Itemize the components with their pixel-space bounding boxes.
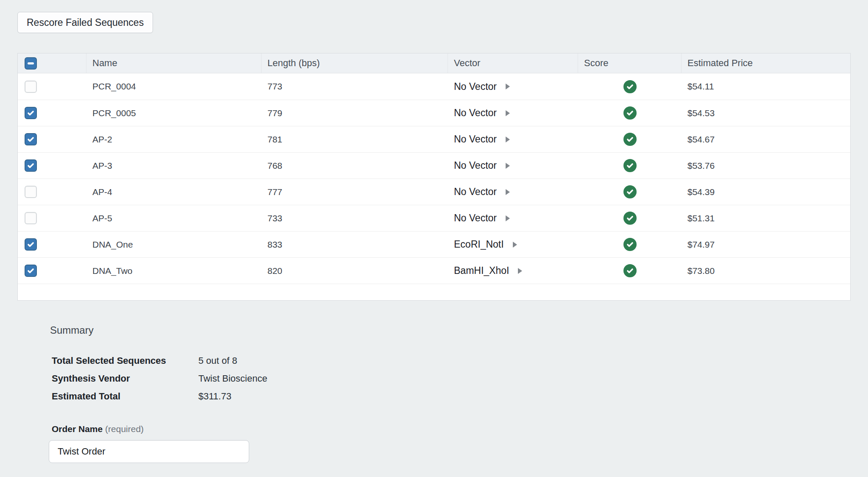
column-header-name: Name: [86, 53, 262, 73]
vector-label: No Vector: [454, 186, 497, 198]
sequence-length: 779: [262, 100, 448, 126]
order-name-label: Order Name (required): [52, 424, 868, 434]
vector-label: No Vector: [454, 107, 497, 119]
vector-label: No Vector: [454, 134, 497, 145]
sequence-length: 781: [262, 126, 448, 152]
column-header-vector: Vector: [448, 53, 578, 73]
sequences-table: Name Length (bps) Vector Score Estimated…: [17, 53, 851, 301]
column-header-price: Estimated Price: [682, 53, 850, 73]
summary-table: Total Selected Sequences 5 out of 8 Synt…: [52, 352, 868, 405]
score-pass-icon: [623, 80, 637, 93]
table-row: AP-2 781 No Vector $54.67: [18, 126, 850, 152]
row-checkbox-cell: [18, 258, 86, 284]
column-header-length: Length (bps): [262, 53, 448, 73]
chevron-right-icon: [506, 110, 510, 116]
vector-cell: No Vector: [448, 179, 578, 205]
order-name-label-text: Order Name: [52, 424, 103, 434]
row-checkbox-cell: [18, 126, 86, 152]
vector-toggle[interactable]: No Vector: [454, 212, 510, 224]
row-checkbox-cell: [18, 100, 86, 126]
row-checkbox[interactable]: [25, 212, 37, 224]
row-checkbox[interactable]: [25, 265, 37, 277]
row-checkbox[interactable]: [25, 107, 37, 119]
chevron-right-icon: [506, 84, 510, 89]
table-row: PCR_0005 779 No Vector $54.53: [18, 100, 850, 126]
table-row: DNA_One 833 EcoRI_NotI $74.97: [18, 231, 850, 257]
summary-label: Estimated Total: [52, 391, 198, 402]
sequence-name: DNA_Two: [86, 258, 262, 284]
vector-toggle[interactable]: No Vector: [454, 160, 510, 171]
column-header-score: Score: [578, 53, 682, 73]
chevron-right-icon: [513, 242, 517, 248]
estimated-price: $54.39: [682, 179, 850, 205]
table-header-row: Name Length (bps) Vector Score Estimated…: [18, 53, 850, 73]
sequence-name: PCR_0004: [86, 73, 262, 100]
score-pass-icon: [623, 159, 637, 172]
summary-row-estimated-total: Estimated Total $311.73: [52, 388, 868, 405]
score-cell: [578, 179, 682, 205]
required-hint: (required): [105, 424, 144, 434]
estimated-price: $51.31: [682, 205, 850, 231]
score-cell: [578, 73, 682, 100]
row-checkbox-cell: [18, 232, 86, 257]
sequence-name: AP-3: [86, 153, 262, 179]
row-checkbox-cell: [18, 153, 86, 179]
vector-toggle[interactable]: No Vector: [454, 134, 510, 145]
vector-toggle[interactable]: No Vector: [454, 81, 510, 92]
vector-label: No Vector: [454, 212, 497, 224]
indeterminate-minus-icon: [28, 62, 34, 64]
sequence-name: AP-4: [86, 179, 262, 205]
sequence-length: 773: [262, 73, 448, 100]
check-icon: [27, 162, 35, 170]
vector-cell: No Vector: [448, 205, 578, 231]
sequence-length: 768: [262, 153, 448, 179]
vector-toggle[interactable]: No Vector: [454, 186, 510, 198]
sequence-length: 833: [262, 232, 448, 257]
score-cell: [578, 232, 682, 257]
table-row: DNA_Two 820 BamHI_XhoI $73.80: [18, 257, 850, 284]
vector-toggle[interactable]: BamHI_XhoI: [454, 265, 522, 276]
score-cell: [578, 258, 682, 284]
estimated-price: $53.76: [682, 153, 850, 179]
summary-value: Twist Bioscience: [198, 373, 267, 384]
vector-label: BamHI_XhoI: [454, 265, 509, 276]
vector-cell: No Vector: [448, 126, 578, 152]
score-cell: [578, 205, 682, 231]
order-name-input[interactable]: [49, 440, 249, 463]
sequence-name: PCR_0005: [86, 100, 262, 126]
table-row: AP-4 777 No Vector $54.39: [18, 179, 850, 205]
row-checkbox[interactable]: [25, 133, 37, 145]
score-pass-icon: [623, 106, 637, 120]
chevron-right-icon: [518, 268, 522, 274]
chevron-right-icon: [506, 189, 510, 195]
score-pass-icon: [623, 133, 637, 146]
check-icon: [27, 109, 35, 117]
score-cell: [578, 153, 682, 179]
row-checkbox[interactable]: [25, 159, 37, 172]
summary-heading: Summary: [50, 324, 868, 336]
table-footer-strip: [18, 284, 850, 300]
estimated-price: $54.11: [682, 73, 850, 100]
table-body: PCR_0004 773 No Vector $54.11: [18, 73, 850, 284]
vector-label: No Vector: [454, 160, 497, 171]
sequence-length: 777: [262, 179, 448, 205]
sequence-name: AP-5: [86, 205, 262, 231]
row-checkbox-cell: [18, 179, 86, 205]
row-checkbox[interactable]: [25, 238, 37, 251]
estimated-price: $54.53: [682, 100, 850, 126]
vector-toggle[interactable]: EcoRI_NotI: [454, 239, 517, 250]
score-cell: [578, 100, 682, 126]
vector-cell: No Vector: [448, 73, 578, 100]
row-checkbox-cell: [18, 73, 86, 100]
summary-label: Synthesis Vendor: [52, 373, 198, 384]
row-checkbox[interactable]: [25, 81, 37, 93]
estimated-price: $74.97: [682, 232, 850, 257]
rescore-failed-sequences-button[interactable]: Rescore Failed Sequences: [17, 12, 153, 33]
summary-value: $311.73: [198, 391, 231, 402]
summary-row-vendor: Synthesis Vendor Twist Bioscience: [52, 370, 868, 388]
vector-toggle[interactable]: No Vector: [454, 107, 510, 119]
vector-cell: BamHI_XhoI: [448, 258, 578, 284]
select-all-checkbox[interactable]: [25, 57, 37, 70]
row-checkbox[interactable]: [25, 186, 37, 198]
vector-label: No Vector: [454, 81, 497, 92]
